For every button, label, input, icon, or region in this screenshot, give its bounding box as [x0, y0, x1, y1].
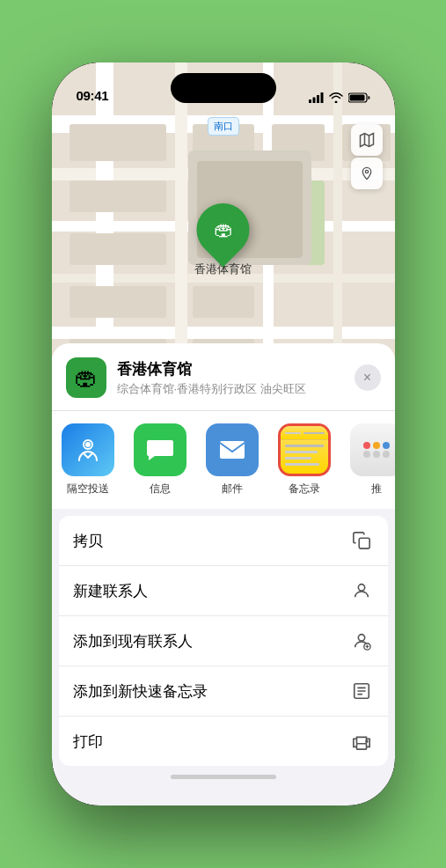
dynamic-island [171, 73, 276, 103]
quick-note-label: 添加到新快速备忘录 [73, 681, 208, 702]
share-app-messages[interactable]: 信息 [124, 423, 196, 497]
place-subtitle: 综合体育馆·香港特别行政区 油尖旺区 [117, 381, 344, 397]
share-apps-row: 隔空投送 信息 [52, 411, 395, 509]
location-button[interactable] [351, 158, 383, 189]
action-rows: 拷贝 新建联系人 [59, 516, 388, 766]
share-app-mail[interactable]: 邮件 [196, 423, 268, 497]
share-app-notes[interactable]: 备忘录 [268, 423, 340, 497]
place-name: 香港体育馆 [117, 359, 344, 379]
svg-rect-12 [359, 538, 369, 548]
quick-note-icon [349, 679, 374, 703]
airdrop-icon [62, 423, 114, 476]
new-contact-icon [349, 578, 374, 603]
stadium-marker: 🏟 香港体育馆 [194, 203, 252, 277]
map-label: 南口 [208, 117, 239, 136]
bottom-sheet: 🏟 香港体育馆 综合体育馆·香港特别行政区 油尖旺区 × [52, 343, 395, 805]
svg-point-14 [358, 635, 364, 641]
svg-point-10 [85, 442, 91, 447]
mail-label: 邮件 [222, 482, 243, 497]
svg-rect-11 [220, 441, 245, 459]
more-icon [350, 423, 395, 476]
action-row-quick-note[interactable]: 添加到新快速备忘录 [59, 666, 388, 717]
svg-rect-6 [320, 92, 323, 103]
svg-rect-8 [349, 95, 364, 101]
airdrop-label: 隔空投送 [67, 482, 109, 497]
more-label: 推 [371, 482, 382, 497]
copy-label: 拷贝 [73, 531, 103, 551]
svg-rect-22 [356, 744, 366, 749]
svg-point-23 [366, 740, 368, 742]
svg-rect-5 [317, 95, 319, 103]
svg-rect-4 [312, 98, 315, 104]
add-existing-icon [349, 629, 374, 653]
signal-icon [309, 92, 324, 103]
print-label: 打印 [73, 732, 103, 752]
status-time: 09:41 [77, 88, 109, 103]
action-row-add-existing[interactable]: 添加到现有联系人 [59, 616, 388, 666]
svg-point-2 [365, 170, 368, 173]
share-app-airdrop[interactable]: 隔空投送 [52, 423, 124, 497]
place-info: 香港体育馆 综合体育馆·香港特别行政区 油尖旺区 [117, 359, 344, 397]
phone-screen: 南口 🏟 香港体育馆 [52, 63, 395, 805]
phone-frame: 南口 🏟 香港体育馆 [52, 63, 395, 805]
map-controls [351, 124, 383, 189]
action-row-new-contact[interactable]: 新建联系人 [59, 566, 388, 616]
copy-icon [349, 528, 374, 553]
print-icon [349, 729, 374, 754]
home-indicator [52, 775, 395, 779]
action-row-print[interactable]: 打印 [59, 717, 388, 766]
add-existing-label: 添加到现有联系人 [73, 631, 193, 651]
close-button[interactable]: × [355, 364, 381, 391]
new-contact-label: 新建联系人 [73, 581, 148, 601]
svg-rect-3 [309, 99, 311, 103]
place-header: 🏟 香港体育馆 综合体育馆·香港特别行政区 油尖旺区 × [52, 343, 395, 411]
notes-icon [278, 423, 331, 476]
battery-icon [348, 92, 370, 103]
action-row-copy[interactable]: 拷贝 [59, 516, 388, 566]
place-icon: 🏟 [66, 357, 106, 398]
share-app-more[interactable]: 推 [340, 423, 395, 497]
messages-label: 信息 [150, 482, 171, 497]
notes-label: 备忘录 [289, 482, 320, 497]
svg-point-13 [358, 585, 364, 591]
messages-icon [134, 423, 186, 476]
map-type-button[interactable] [351, 124, 383, 156]
wifi-icon [329, 92, 343, 103]
mail-icon [206, 423, 259, 476]
status-icons [309, 92, 370, 103]
